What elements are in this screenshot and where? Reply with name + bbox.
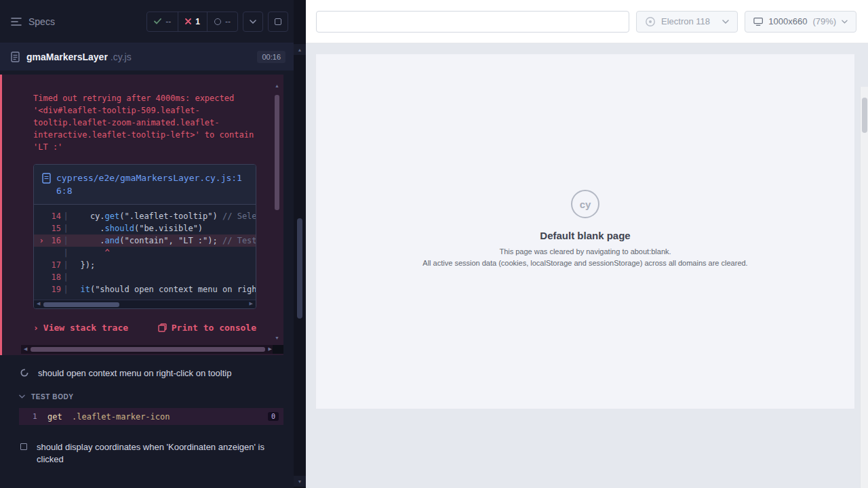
- circle-icon: [214, 18, 221, 25]
- viewport-icon: [753, 17, 763, 26]
- chevron-down-icon: [842, 20, 848, 24]
- test-row-running[interactable]: should open context menu on right-click …: [0, 365, 294, 381]
- scroll-right-icon[interactable]: ▶: [269, 346, 272, 352]
- scroll-left-icon[interactable]: ◀: [24, 346, 27, 352]
- spinner-icon: [20, 369, 28, 377]
- test-body-header[interactable]: TEST BODY: [0, 390, 294, 403]
- viewport-scale: (79%): [812, 16, 836, 26]
- code-line: 18|: [34, 271, 256, 283]
- preview-stage: cy Default blank page This page was clea…: [306, 43, 868, 488]
- test-row-pending[interactable]: should display coordinates when 'Koordin…: [0, 441, 294, 466]
- specs-label: Specs: [28, 16, 55, 27]
- error-vscrollbar[interactable]: ▲ ▼: [274, 83, 280, 342]
- command-message: .leaflet-marker-icon: [72, 412, 268, 422]
- test-list: should open context menu on right-click …: [0, 365, 294, 466]
- code-file-icon: [42, 173, 51, 184]
- reporter-scroll-thumb[interactable]: [297, 218, 302, 319]
- cypress-runner: Specs -- 1 --: [0, 0, 868, 488]
- code-line: 19| it("should open context menu on righ: [34, 283, 256, 296]
- spec-file-icon: [11, 52, 20, 62]
- code-line: 14| cy.get(".leaflet-tooltip") // Sele: [34, 210, 256, 222]
- reporter-resizer-scrollbar[interactable]: ▲ ▼: [294, 0, 306, 488]
- browser-label: Electron 118: [661, 16, 710, 26]
- code-frame-hscrollbar[interactable]: ◀ ▶: [34, 300, 256, 308]
- collapse-all-button[interactable]: [243, 12, 263, 32]
- check-icon: [154, 18, 161, 24]
- failed-attempt-panel: Timed out retrying after 4000ms: expecte…: [0, 75, 283, 355]
- preview-toolbar: Electron 118 1000x660 (79%): [306, 0, 868, 43]
- code-line: ›16| .and("contain", "LT :"); // Test: [34, 235, 256, 247]
- stat-passed: --: [147, 12, 178, 31]
- print-to-console-button[interactable]: Print to console: [158, 323, 256, 333]
- blank-page-title: Default blank page: [316, 230, 854, 241]
- scrollbar-corner: [273, 345, 283, 354]
- stop-button[interactable]: [268, 12, 288, 32]
- command-name: get: [47, 412, 72, 422]
- reporter-sidebar: Specs -- 1 --: [0, 0, 294, 488]
- electron-browser-icon: [645, 16, 656, 27]
- scroll-left-icon[interactable]: ◀: [37, 301, 40, 306]
- chevron-down-icon: [19, 394, 25, 399]
- browser-selector[interactable]: Electron 118: [636, 11, 738, 33]
- code-line: | ^: [34, 247, 256, 259]
- scroll-right-icon[interactable]: ▶: [250, 301, 253, 306]
- command-count-badge: 0: [268, 412, 279, 421]
- code-lines: 14| cy.get(".leaflet-tooltip") // Sele15…: [34, 205, 256, 300]
- chevron-down-icon: [250, 20, 256, 24]
- code-frame-file-link[interactable]: cypress/e2e/gmaMarkersLayer.cy.js:16:8: [56, 171, 248, 197]
- cypress-logo: cy: [571, 190, 599, 218]
- scroll-down-icon[interactable]: ▼: [294, 476, 306, 487]
- app-preview: Electron 118 1000x660 (79%) cy Default b…: [306, 0, 868, 488]
- specs-header: Specs -- 1 --: [0, 0, 294, 43]
- error-actions: › View stack trace Print to console: [33, 323, 256, 333]
- scroll-up-icon[interactable]: ▲: [275, 83, 279, 89]
- spec-extension: .cy.js: [111, 52, 132, 62]
- view-stack-trace-button[interactable]: › View stack trace: [33, 323, 128, 333]
- specs-menu-icon[interactable]: [11, 17, 22, 26]
- stat-failed: 1: [178, 12, 207, 31]
- test-title: should display coordinates when 'Koordin…: [37, 441, 278, 466]
- hscroll-thumb[interactable]: [43, 302, 119, 307]
- spec-name: gmaMarkersLayer: [26, 52, 108, 62]
- pending-square-icon: [20, 443, 27, 450]
- test-stats: -- 1 --: [146, 12, 238, 32]
- stat-skipped: --: [207, 12, 237, 31]
- code-frame-header: cypress/e2e/gmaMarkersLayer.cy.js:16:8: [34, 165, 256, 205]
- blank-page: cy Default blank page This page was clea…: [316, 54, 854, 409]
- viewport-size: 1000x660: [768, 16, 807, 26]
- x-icon: [185, 18, 191, 24]
- chevron-right-icon: ›: [33, 323, 39, 333]
- blank-page-message-2: All active session data (cookies, localS…: [316, 258, 854, 268]
- code-line: 17| });: [34, 259, 256, 271]
- command-number: 1: [33, 412, 47, 421]
- error-hscrollbar[interactable]: ◀ ▶: [21, 345, 275, 354]
- window-scroll-thumb[interactable]: [862, 98, 867, 133]
- test-body-label: TEST BODY: [31, 393, 74, 401]
- command-log-row[interactable]: 1 get .leaflet-marker-icon 0: [19, 408, 283, 425]
- hscroll-thumb[interactable]: [31, 347, 265, 352]
- window-scrollbar[interactable]: [860, 87, 868, 488]
- print-console-icon: [158, 323, 167, 332]
- scroll-up-icon[interactable]: ▲: [294, 44, 306, 55]
- spec-duration-badge: 00:16: [257, 51, 285, 63]
- viewport-selector[interactable]: 1000x660 (79%): [745, 11, 856, 33]
- error-message: Timed out retrying after 4000ms: expecte…: [33, 92, 256, 153]
- code-frame: cypress/e2e/gmaMarkersLayer.cy.js:16:8 1…: [33, 164, 256, 309]
- url-input[interactable]: [316, 11, 629, 33]
- vscroll-thumb[interactable]: [275, 95, 279, 210]
- scroll-down-icon[interactable]: ▼: [275, 335, 279, 342]
- blank-page-message-1: This page was cleared by navigating to a…: [316, 246, 854, 257]
- code-line: 15| .should("be.visible"): [34, 222, 256, 235]
- test-title: should open context menu on right-click …: [38, 368, 231, 378]
- chevron-down-icon: [722, 20, 729, 24]
- stop-icon: [275, 18, 281, 25]
- spec-file-row[interactable]: gmaMarkersLayer .cy.js 00:16: [0, 43, 294, 70]
